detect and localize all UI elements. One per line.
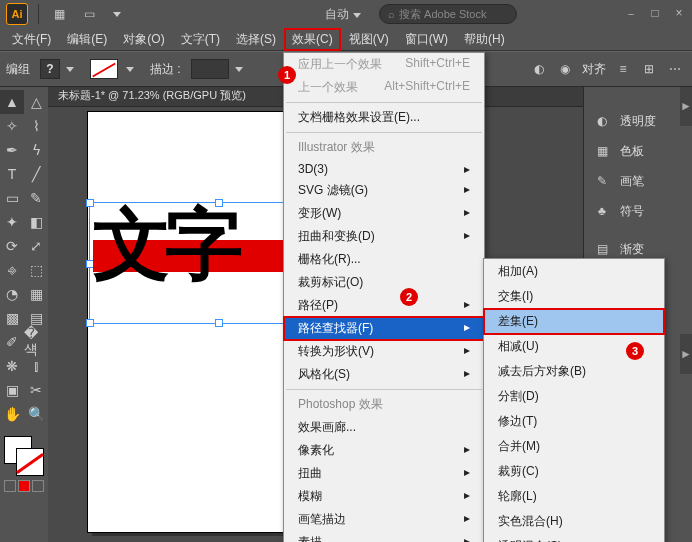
menu-item-pathfinder[interactable]: 路径查找器(F)▸ <box>284 317 484 340</box>
caret-icon[interactable] <box>66 67 74 72</box>
menu-type[interactable]: 文字(T) <box>173 28 228 51</box>
submenu-merge[interactable]: 合并(M) <box>484 434 664 459</box>
submenu-softmix[interactable]: 透明混合(S)... <box>484 534 664 542</box>
align-label[interactable]: 对齐 <box>582 61 606 78</box>
curvature-tool[interactable]: ϟ <box>24 138 48 162</box>
fill-stroke-control[interactable] <box>4 436 44 476</box>
menu-item-gallery[interactable]: 效果画廊... <box>284 416 484 439</box>
submenu-hardmix[interactable]: 实色混合(H) <box>484 509 664 534</box>
text-object[interactable]: 文字 <box>93 206 237 284</box>
menu-select[interactable]: 选择(S) <box>228 28 284 51</box>
caret-icon[interactable] <box>353 13 361 18</box>
menu-item-warp[interactable]: 变形(W)▸ <box>284 202 484 225</box>
free-transform-tool[interactable]: ⬚ <box>24 258 48 282</box>
menu-item-stylize[interactable]: 风格化(S)▸ <box>284 363 484 386</box>
panel-symbols[interactable]: ♣符号 <box>584 196 692 226</box>
graph-tool[interactable]: ⫿ <box>24 354 48 378</box>
color-mode[interactable] <box>32 480 44 492</box>
submenu-exclude[interactable]: 差集(E) <box>484 309 664 334</box>
eyedropper-tool[interactable]: ✐ <box>0 330 24 354</box>
perspective-tool[interactable]: ▦ <box>24 282 48 306</box>
panel-swatches[interactable]: ▦色板 <box>584 136 692 166</box>
submenu-minus-back[interactable]: 减去后方对象(B) <box>484 359 664 384</box>
maximize-button[interactable]: □ <box>648 6 662 23</box>
panel-transparency[interactable]: ◐透明度 <box>584 106 692 136</box>
annotation-2: 2 <box>400 288 418 306</box>
mesh-tool[interactable]: ▩ <box>0 306 24 330</box>
color-mode[interactable] <box>4 480 16 492</box>
pen-tool[interactable]: ✒ <box>0 138 24 162</box>
menu-edit[interactable]: 编辑(E) <box>59 28 115 51</box>
fill-swatch[interactable] <box>90 59 118 79</box>
menu-object[interactable]: 对象(O) <box>115 28 172 51</box>
help-icon[interactable]: ? <box>40 59 60 79</box>
effect-menu-dropdown: 应用上一个效果Shift+Ctrl+E 上一个效果Alt+Shift+Ctrl+… <box>283 52 485 542</box>
menu-item-rasterize[interactable]: 栅格化(R)... <box>284 248 484 271</box>
menu-item-blur[interactable]: 模糊▸ <box>284 485 484 508</box>
recolor-icon[interactable]: ◉ <box>556 60 574 78</box>
menu-window[interactable]: 窗口(W) <box>397 28 456 51</box>
shape-builder-tool[interactable]: ◔ <box>0 282 24 306</box>
slice-tool[interactable]: ✂ <box>24 378 48 402</box>
submenu-outline[interactable]: 轮廓(L) <box>484 484 664 509</box>
caret-icon[interactable] <box>126 67 134 72</box>
menu-item-3d[interactable]: 3D(3)▸ <box>284 159 484 179</box>
app-logo: Ai <box>6 3 28 25</box>
caret-icon[interactable] <box>113 12 121 17</box>
collapse-arrow-icon[interactable]: ► <box>680 334 692 374</box>
submenu-intersect[interactable]: 交集(I) <box>484 284 664 309</box>
menu-view[interactable]: 视图(V) <box>341 28 397 51</box>
menu-file[interactable]: 文件(F) <box>4 28 59 51</box>
transform-icon[interactable]: ⊞ <box>640 60 658 78</box>
align-icon[interactable]: ≡ <box>614 60 632 78</box>
more-icon[interactable]: ⋯ <box>666 60 684 78</box>
rectangle-tool[interactable]: ▭ <box>0 186 24 210</box>
menu-item-apply-last: 应用上一个效果Shift+Ctrl+E <box>284 53 484 76</box>
menu-item-svg[interactable]: SVG 滤镜(G)▸ <box>284 179 484 202</box>
submenu-add[interactable]: 相加(A) <box>484 259 664 284</box>
menu-item-convert-shape[interactable]: 转换为形状(V)▸ <box>284 340 484 363</box>
menu-item-distort[interactable]: 扭曲和变换(D)▸ <box>284 225 484 248</box>
workspace-switcher[interactable]: 自动 <box>325 7 349 21</box>
menu-item-path[interactable]: 路径(P)▸ <box>284 294 484 317</box>
submenu-crop[interactable]: 裁剪(C) <box>484 459 664 484</box>
collapse-arrow-icon[interactable]: ► <box>680 86 692 126</box>
width-tool[interactable]: ⎆ <box>0 258 24 282</box>
menu-item-brush-strokes[interactable]: 画笔描边▸ <box>284 508 484 531</box>
menu-item-distort-ps[interactable]: 扭曲▸ <box>284 462 484 485</box>
magic-wand-tool[interactable]: ✧ <box>0 114 24 138</box>
scale-tool[interactable]: ⤢ <box>24 234 48 258</box>
opacity-icon[interactable]: ◐ <box>530 60 548 78</box>
line-tool[interactable]: ╱ <box>24 162 48 186</box>
submenu-trim[interactable]: 修边(T) <box>484 409 664 434</box>
shaper-tool[interactable]: ✦ <box>0 210 24 234</box>
menu-item-sketch[interactable]: 素描▸ <box>284 531 484 542</box>
color-mode[interactable] <box>18 480 30 492</box>
menu-item-cropmarks[interactable]: 裁剪标记(O) <box>284 271 484 294</box>
menu-effect[interactable]: 效果(C) <box>284 28 341 51</box>
close-button[interactable]: × <box>672 6 686 23</box>
minimize-button[interactable]: － <box>624 6 638 23</box>
stroke-weight-input[interactable] <box>191 59 229 79</box>
menu-help[interactable]: 帮助(H) <box>456 28 513 51</box>
search-stock-input[interactable]: ⌕搜索 Adobe Stock <box>379 4 517 24</box>
arrange-icon[interactable]: ▭ <box>79 5 99 23</box>
lasso-tool[interactable]: ⌇ <box>24 114 48 138</box>
hand-tool[interactable]: ✋ <box>0 402 24 426</box>
submenu-divide[interactable]: 分割(D) <box>484 384 664 409</box>
type-tool[interactable]: T <box>0 162 24 186</box>
artboard-tool[interactable]: ▣ <box>0 378 24 402</box>
bridge-icon[interactable]: ▦ <box>49 5 69 23</box>
rotate-tool[interactable]: ⟳ <box>0 234 24 258</box>
eraser-tool[interactable]: ◧ <box>24 210 48 234</box>
selection-tool[interactable]: ▲ <box>0 90 24 114</box>
symbol-sprayer-tool[interactable]: ❋ <box>0 354 24 378</box>
paintbrush-tool[interactable]: ✎ <box>24 186 48 210</box>
menu-item-doc-raster[interactable]: 文档栅格效果设置(E)... <box>284 106 484 129</box>
blend-tool[interactable]: �섁 <box>24 330 48 354</box>
panel-brushes[interactable]: ✎画笔 <box>584 166 692 196</box>
zoom-tool[interactable]: 🔍 <box>24 402 48 426</box>
menu-item-pixelate[interactable]: 像素化▸ <box>284 439 484 462</box>
caret-icon[interactable] <box>235 67 243 72</box>
direct-selection-tool[interactable]: △ <box>24 90 48 114</box>
